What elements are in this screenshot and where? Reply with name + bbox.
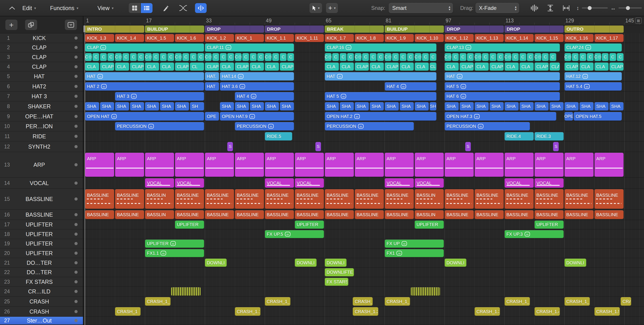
menu-view[interactable]: View▾ xyxy=(98,5,114,11)
region-sha[interactable]: SHA xyxy=(444,102,459,111)
region-downli[interactable]: DOWNLI xyxy=(205,258,227,267)
region-bassline[interactable]: BASSLINE xyxy=(444,189,474,209)
region-ride.5[interactable]: RIDE.5 xyxy=(265,132,292,141)
region-arp[interactable]: ARP xyxy=(115,153,144,177)
track-status-dot[interactable] xyxy=(74,135,78,138)
region-sha[interactable]: SHA xyxy=(504,102,519,111)
region-c[interactable]: C xyxy=(587,53,594,61)
region-cla[interactable]: CLA xyxy=(160,63,174,71)
region-uplifter[interactable]: UPLIFTER xyxy=(295,220,324,229)
section-marker-drop[interactable]: DROP xyxy=(205,26,264,33)
region-clap.11[interactable]: CLAP.11∞ xyxy=(205,44,294,52)
region-percussion[interactable]: PERCUSSION∞ xyxy=(444,122,530,131)
region-hat-3.6[interactable]: HAT 3.6∞ xyxy=(220,82,294,91)
region-c[interactable]: C xyxy=(257,53,264,61)
region-cl[interactable]: CL xyxy=(430,63,436,71)
track-status-dot[interactable] xyxy=(74,300,78,303)
region-basslin[interactable]: BASSLIN xyxy=(414,210,444,219)
region-c[interactable]: C xyxy=(227,53,234,61)
region-hat[interactable]: HAT∞ xyxy=(85,72,204,81)
region-c[interactable]: C xyxy=(550,53,556,61)
slider-thumb[interactable] xyxy=(626,6,630,10)
region-s[interactable]: S xyxy=(465,142,471,151)
region-basslin[interactable]: BASSLIN xyxy=(414,189,444,209)
region-fx1[interactable]: FX1∞ xyxy=(384,249,444,257)
region-pattern[interactable] xyxy=(411,287,440,296)
region-hat.14[interactable]: HAT.14∞ xyxy=(220,72,294,81)
region-hat.12[interactable]: HAT.12∞ xyxy=(564,72,622,81)
region-clap[interactable]: CLAP xyxy=(384,63,399,71)
region-open-hat[interactable]: OPEN HAT∞ xyxy=(85,112,204,121)
region-downli[interactable]: DOWNLI xyxy=(444,258,466,267)
region-kick-1.2[interactable]: KICK_1.2 xyxy=(205,34,234,42)
region-sha[interactable]: SHA xyxy=(609,102,624,111)
region-clap[interactable]: CLAP xyxy=(460,63,474,71)
region-c[interactable]: C xyxy=(430,53,436,61)
slider-thumb[interactable] xyxy=(588,6,592,10)
region-sh[interactable]: SH xyxy=(190,102,204,111)
track-status-dot[interactable] xyxy=(74,319,78,322)
section-marker-buildup[interactable]: BUILDUP xyxy=(384,26,444,33)
region-ope[interactable]: OPE xyxy=(564,112,573,121)
region-bassline[interactable]: BASSLINE xyxy=(534,189,564,209)
region-sha[interactable]: SHA xyxy=(594,102,609,111)
region-sh[interactable]: SH xyxy=(430,102,436,111)
track-header[interactable]: 19UPLIFTER xyxy=(0,239,83,249)
region-cla[interactable]: CLA xyxy=(370,63,384,71)
region-clap[interactable]: CLAP xyxy=(609,63,624,71)
region-c[interactable]: C∞ xyxy=(205,53,212,61)
region-c[interactable]: C∞ xyxy=(115,53,122,61)
region-cla[interactable]: CLA xyxy=(340,63,354,71)
region-basslin[interactable]: BASSLIN xyxy=(145,210,174,219)
track-header[interactable]: 12SYNTH2 xyxy=(0,141,83,152)
region-c[interactable]: C xyxy=(107,53,114,61)
region-sha[interactable]: SHA xyxy=(490,102,504,111)
region-fx-up[interactable]: FX UP∞ xyxy=(384,239,444,248)
region-c[interactable]: C xyxy=(460,53,466,61)
region-c[interactable]: C xyxy=(100,53,107,61)
region-bassline[interactable]: BASSLINE xyxy=(384,189,414,209)
region-arp[interactable]: ARP xyxy=(355,153,384,177)
region-c[interactable]: C∞ xyxy=(564,53,571,61)
track-status-dot[interactable] xyxy=(74,242,78,245)
region-hat[interactable]: HAT∞ xyxy=(325,72,436,81)
region-c[interactable]: C xyxy=(137,53,144,61)
region-c[interactable]: C xyxy=(340,53,346,61)
region-arp[interactable]: ARP xyxy=(564,153,594,177)
region-open-hat.2[interactable]: OPEN HAT.2∞ xyxy=(325,112,436,121)
region-vocal[interactable]: VOCAL xyxy=(145,178,174,188)
region-sha[interactable]: SHA xyxy=(520,102,534,111)
list-view-button[interactable] xyxy=(141,3,152,13)
region-arp[interactable]: ARP xyxy=(145,153,174,177)
region-arp[interactable]: ARP xyxy=(384,153,414,177)
track-header[interactable]: 23FX STARS xyxy=(0,277,83,287)
region-sha[interactable]: SHA xyxy=(400,102,414,111)
section-marker-drop[interactable]: DROP xyxy=(265,26,324,33)
region-crash-1.2[interactable]: CRASH_1.2 xyxy=(353,307,378,316)
add-track-button[interactable]: + xyxy=(5,20,18,30)
region-c[interactable]: C xyxy=(422,53,429,61)
region-arp[interactable]: ARP xyxy=(534,153,564,177)
region-sha[interactable]: SHA xyxy=(414,102,429,111)
section-marker-drop[interactable]: DROP xyxy=(444,26,504,33)
track-header[interactable]: 6HAT2 xyxy=(0,82,83,92)
region-crash-1[interactable]: CRASH_1 xyxy=(115,307,141,316)
horizontal-zoom-icon[interactable] xyxy=(562,5,570,12)
region-c[interactable]: C xyxy=(370,53,376,61)
region-sha[interactable]: SHA xyxy=(370,102,384,111)
region-c[interactable]: C xyxy=(347,53,354,61)
region-kick-1.3[interactable]: KICK_1.3 xyxy=(85,34,114,42)
region-c[interactable]: C xyxy=(527,53,534,61)
region-bassline[interactable]: BASSLINE xyxy=(175,210,204,219)
region-hat-6[interactable]: HAT 6∞ xyxy=(444,92,560,101)
region-c[interactable]: C xyxy=(280,53,287,61)
section-marker-buildup[interactable]: BUILDUP xyxy=(145,26,204,33)
region-sha[interactable]: SHA xyxy=(384,102,399,111)
region-arp[interactable]: ARP xyxy=(444,153,474,177)
region-sha[interactable]: SHA xyxy=(235,102,249,111)
region-c[interactable]: C xyxy=(482,53,489,61)
region-kick-1[interactable]: KICK_1 xyxy=(235,34,264,42)
region-sha[interactable]: SHA xyxy=(115,102,129,111)
region-kick-1.4[interactable]: KICK_1.4 xyxy=(115,34,144,42)
region-cla[interactable]: CLA xyxy=(444,63,459,71)
